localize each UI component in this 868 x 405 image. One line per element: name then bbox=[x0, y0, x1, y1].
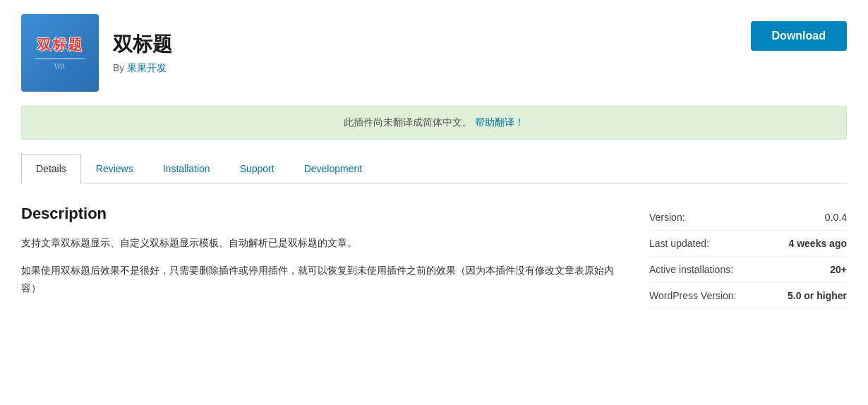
plugin-header-left: 双标题 \\\\ 双标题 By 果果开发 bbox=[21, 14, 172, 92]
meta-row-wp-version: WordPress Version: 5.0 or higher bbox=[649, 283, 847, 309]
plugin-title: 双标题 bbox=[113, 31, 172, 58]
plugin-info: 双标题 By 果果开发 bbox=[113, 31, 172, 75]
meta-row-version: Version: 0.0.4 bbox=[649, 205, 847, 231]
meta-label-installations: Active installations: bbox=[649, 264, 733, 275]
tab-details[interactable]: Details bbox=[21, 154, 81, 183]
description-paragraph-2: 如果使用双标题后效果不是很好，只需要删除插件或停用插件，就可以恢复到未使用插件之… bbox=[21, 262, 621, 297]
content-left: Description 支持文章双标题显示、自定义双标题显示模板、自动解析已是双… bbox=[21, 205, 621, 309]
meta-label-updated: Last updated: bbox=[649, 238, 709, 249]
tab-installation[interactable]: Installation bbox=[148, 154, 225, 183]
plugin-icon: 双标题 \\\\ bbox=[21, 14, 99, 92]
translation-notice: 此插件尚未翻译成简体中文。 帮助翻译！ bbox=[21, 106, 847, 140]
main-content: Description 支持文章双标题显示、自定义双标题显示模板、自动解析已是双… bbox=[21, 205, 847, 309]
meta-row-updated: Last updated: 4 weeks ago bbox=[649, 231, 847, 257]
author-link[interactable]: 果果开发 bbox=[127, 62, 167, 73]
icon-divider bbox=[35, 58, 85, 59]
icon-subtext: \\\\ bbox=[54, 63, 65, 71]
tab-reviews[interactable]: Reviews bbox=[81, 154, 148, 183]
content-right: Version: 0.0.4 Last updated: 4 weeks ago… bbox=[649, 205, 847, 309]
meta-value-wp-version: 5.0 or higher bbox=[788, 290, 847, 301]
icon-text-chinese: 双标题 bbox=[37, 35, 83, 54]
meta-value-updated: 4 weeks ago bbox=[789, 238, 848, 249]
tab-development[interactable]: Development bbox=[289, 154, 378, 183]
description-title: Description bbox=[21, 205, 621, 223]
tab-support[interactable]: Support bbox=[225, 154, 289, 183]
tabs-nav: Details Reviews Installation Support Dev… bbox=[21, 154, 847, 183]
download-button[interactable]: Download bbox=[751, 21, 847, 51]
translation-notice-text: 此插件尚未翻译成简体中文。 bbox=[344, 116, 472, 128]
plugin-author: By 果果开发 bbox=[113, 62, 172, 75]
meta-value-installations: 20+ bbox=[830, 264, 847, 275]
meta-label-wp-version: WordPress Version: bbox=[649, 290, 736, 301]
translation-help-link[interactable]: 帮助翻译！ bbox=[475, 116, 524, 128]
meta-value-version: 0.0.4 bbox=[825, 212, 847, 223]
page-container: 双标题 \\\\ 双标题 By 果果开发 Download 此插件尚未翻译成简体… bbox=[0, 0, 868, 323]
meta-row-installations: Active installations: 20+ bbox=[649, 257, 847, 283]
description-paragraph-1: 支持文章双标题显示、自定义双标题显示模板、自动解析已是双标题的文章。 bbox=[21, 234, 621, 252]
plugin-header: 双标题 \\\\ 双标题 By 果果开发 Download bbox=[21, 14, 847, 106]
meta-label-version: Version: bbox=[649, 212, 685, 223]
meta-table: Version: 0.0.4 Last updated: 4 weeks ago… bbox=[649, 205, 847, 309]
